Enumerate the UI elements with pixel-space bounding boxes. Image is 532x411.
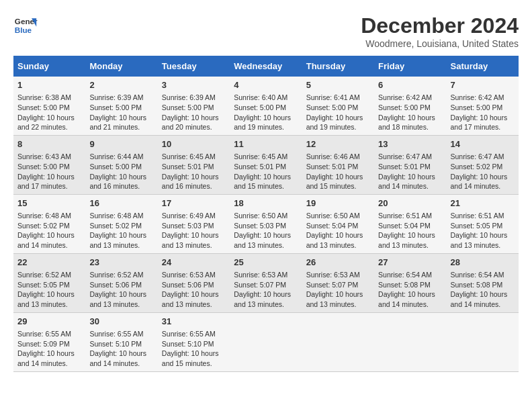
day-info-line: and 17 minutes.: [17, 181, 81, 191]
day-info-line: Daylight: 10 hours: [162, 230, 226, 240]
day-info-line: and 15 minutes.: [234, 181, 298, 191]
day-info-line: and 15 minutes.: [306, 181, 370, 191]
calendar-cell: 17Sunrise: 6:49 AMSunset: 5:03 PMDayligh…: [158, 194, 230, 253]
day-number: 27: [378, 257, 442, 269]
day-info-line: Sunset: 5:06 PM: [89, 280, 153, 290]
day-info-line: Sunset: 5:07 PM: [306, 280, 370, 290]
day-info-line: Daylight: 10 hours: [17, 230, 81, 240]
day-info-line: Sunset: 5:00 PM: [162, 103, 226, 113]
day-number: 7: [451, 79, 515, 91]
calendar-cell: 11Sunrise: 6:45 AMSunset: 5:01 PMDayligh…: [230, 135, 302, 194]
day-info-line: and 14 minutes.: [378, 300, 442, 310]
day-info-line: Sunrise: 6:39 AM: [89, 93, 153, 103]
calendar-cell: 21Sunrise: 6:51 AMSunset: 5:05 PMDayligh…: [447, 194, 519, 253]
day-info-line: and 13 minutes.: [451, 240, 515, 250]
day-number: 8: [17, 138, 81, 150]
day-info-line: Daylight: 10 hours: [89, 289, 153, 300]
day-info-line: Daylight: 10 hours: [451, 113, 515, 123]
day-info-line: Sunrise: 6:55 AM: [17, 329, 81, 339]
day-info-line: and 13 minutes.: [17, 300, 81, 310]
day-number: 15: [17, 197, 81, 210]
day-info-line: Sunrise: 6:53 AM: [234, 270, 298, 280]
day-info-line: Sunrise: 6:41 AM: [306, 93, 370, 103]
day-info-line: and 22 minutes.: [17, 122, 81, 132]
day-info-line: Sunrise: 6:54 AM: [378, 270, 442, 280]
day-info-line: Sunset: 5:00 PM: [17, 103, 81, 113]
day-info-line: Daylight: 10 hours: [162, 289, 226, 300]
day-info-line: Daylight: 10 hours: [378, 172, 442, 182]
day-number: 5: [306, 79, 370, 91]
day-info-line: Sunrise: 6:40 AM: [234, 93, 298, 103]
day-info-line: and 14 minutes.: [451, 181, 515, 191]
calendar-week-row: 22Sunrise: 6:52 AMSunset: 5:05 PMDayligh…: [13, 253, 519, 312]
day-info-line: Sunset: 5:00 PM: [306, 103, 370, 113]
day-info-line: Sunset: 5:08 PM: [378, 280, 442, 290]
day-info-line: and 13 minutes.: [89, 240, 153, 250]
day-info-line: Sunrise: 6:48 AM: [17, 211, 81, 221]
calendar-cell: 23Sunrise: 6:52 AMSunset: 5:06 PMDayligh…: [85, 253, 157, 312]
day-info-line: Daylight: 10 hours: [89, 113, 153, 123]
day-number: 25: [234, 257, 298, 269]
calendar-cell: 4Sunrise: 6:40 AMSunset: 5:00 PMDaylight…: [230, 77, 302, 135]
day-info-line: Daylight: 10 hours: [451, 230, 515, 240]
day-number: 26: [306, 257, 370, 269]
day-info-line: and 18 minutes.: [378, 122, 442, 132]
day-info-line: Daylight: 10 hours: [89, 172, 153, 182]
day-info-line: Sunset: 5:03 PM: [162, 221, 226, 231]
calendar-cell: 7Sunrise: 6:42 AMSunset: 5:00 PMDaylight…: [447, 77, 519, 135]
day-info-line: Sunset: 5:00 PM: [89, 162, 153, 172]
title-block: December 2024 Woodmere, Louisiana, Unite…: [361, 13, 519, 49]
day-info-line: Sunset: 5:09 PM: [17, 339, 81, 349]
day-info-line: Daylight: 10 hours: [89, 349, 153, 359]
day-info-line: Sunset: 5:00 PM: [451, 103, 515, 113]
calendar-cell: 25Sunrise: 6:53 AMSunset: 5:07 PMDayligh…: [230, 253, 302, 312]
day-info-line: Sunrise: 6:50 AM: [306, 211, 370, 221]
day-info-line: Sunrise: 6:42 AM: [378, 93, 442, 103]
day-info-line: Sunset: 5:01 PM: [306, 162, 370, 172]
day-info-line: and 14 minutes.: [451, 300, 515, 310]
day-number: 22: [17, 257, 81, 269]
calendar-cell: 9Sunrise: 6:44 AMSunset: 5:00 PMDaylight…: [85, 135, 157, 194]
day-info-line: Daylight: 10 hours: [162, 349, 226, 359]
day-number: 17: [162, 197, 226, 210]
day-number: 21: [451, 197, 515, 210]
day-info-line: and 19 minutes.: [234, 122, 298, 132]
logo: General Blue: [13, 13, 38, 38]
weekday-header-monday: Monday: [85, 56, 157, 77]
calendar-cell: [302, 312, 374, 371]
calendar-week-row: 8Sunrise: 6:43 AMSunset: 5:00 PMDaylight…: [13, 135, 519, 194]
day-info-line: Sunset: 5:01 PM: [378, 162, 442, 172]
calendar-cell: 13Sunrise: 6:47 AMSunset: 5:01 PMDayligh…: [374, 135, 446, 194]
svg-text:Blue: Blue: [15, 26, 32, 34]
day-info-line: Daylight: 10 hours: [17, 289, 81, 300]
day-info-line: and 13 minutes.: [306, 300, 370, 310]
day-number: 24: [162, 257, 226, 269]
day-info-line: Sunrise: 6:44 AM: [89, 152, 153, 162]
day-info-line: Sunrise: 6:52 AM: [89, 270, 153, 280]
page-header: General Blue December 2024 Woodmere, Lou…: [13, 13, 519, 49]
day-info-line: Sunrise: 6:51 AM: [451, 211, 515, 221]
weekday-header-saturday: Saturday: [447, 56, 519, 77]
calendar-cell: 26Sunrise: 6:53 AMSunset: 5:07 PMDayligh…: [302, 253, 374, 312]
day-info-line: and 13 minutes.: [162, 240, 226, 250]
day-info-line: Daylight: 10 hours: [306, 113, 370, 123]
day-info-line: Sunrise: 6:55 AM: [89, 329, 153, 339]
calendar-cell: 31Sunrise: 6:55 AMSunset: 5:10 PMDayligh…: [158, 312, 230, 371]
weekday-header-thursday: Thursday: [302, 56, 374, 77]
day-info-line: Sunset: 5:04 PM: [378, 221, 442, 231]
day-info-line: Daylight: 10 hours: [451, 289, 515, 300]
day-info-line: and 16 minutes.: [162, 181, 226, 191]
day-info-line: Sunset: 5:02 PM: [17, 221, 81, 231]
day-info-line: Sunrise: 6:43 AM: [17, 152, 81, 162]
day-info-line: and 13 minutes.: [306, 240, 370, 250]
calendar-cell: 8Sunrise: 6:43 AMSunset: 5:00 PMDaylight…: [13, 135, 85, 194]
day-info-line: Sunrise: 6:49 AM: [162, 211, 226, 221]
calendar-cell: 24Sunrise: 6:53 AMSunset: 5:06 PMDayligh…: [158, 253, 230, 312]
calendar-cell: 20Sunrise: 6:51 AMSunset: 5:04 PMDayligh…: [374, 194, 446, 253]
day-info-line: and 13 minutes.: [162, 300, 226, 310]
day-number: 11: [234, 138, 298, 150]
calendar-cell: [374, 312, 446, 371]
day-info-line: Sunrise: 6:46 AM: [306, 152, 370, 162]
day-info-line: Daylight: 10 hours: [306, 172, 370, 182]
day-number: 4: [234, 79, 298, 91]
